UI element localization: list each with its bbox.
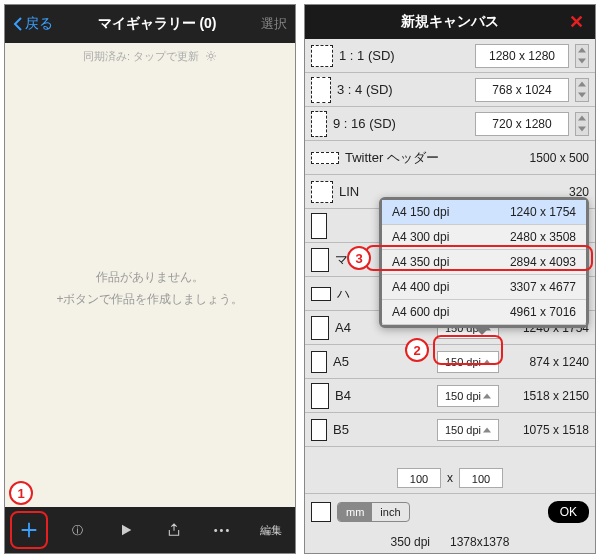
empty-line-1: 作品がありません。 xyxy=(96,267,204,289)
modal-header: 新規キャンバス ✕ xyxy=(305,5,595,39)
ratio-thumb xyxy=(311,287,331,301)
paper-label[interactable]: B4 xyxy=(335,388,431,403)
chevron-left-icon xyxy=(13,17,23,31)
dimension-text: 874 x 1240 xyxy=(505,355,589,369)
preset-row-twitter: Twitter ヘッダー 1500 x 500 xyxy=(305,141,595,175)
dimension-text: 1500 x 500 xyxy=(530,151,589,165)
dimension-stepper[interactable] xyxy=(575,112,589,136)
footer-dims: 1378x1378 xyxy=(450,535,509,549)
paper-row-b5: B5 150 dpi 1075 x 1518 xyxy=(305,413,595,447)
empty-state: 作品がありません。 +ボタンで作品を作成しましょう。 xyxy=(5,69,295,509)
dpi-value: 150 dpi xyxy=(445,424,481,436)
play-icon xyxy=(118,522,134,538)
ratio-thumb xyxy=(311,248,329,272)
close-button[interactable]: ✕ xyxy=(565,11,587,33)
ok-button[interactable]: OK xyxy=(548,501,589,523)
back-button[interactable]: 戻る xyxy=(13,15,53,33)
unit-mm[interactable]: mm xyxy=(338,503,372,521)
popup-option[interactable]: A4 600 dpi4961 x 7016 xyxy=(382,300,586,325)
ratio-thumb xyxy=(311,152,339,164)
share-icon xyxy=(166,521,182,539)
edit-button[interactable]: 編集 xyxy=(252,511,290,549)
popup-option[interactable]: A4 400 dpi3307 x 4677 xyxy=(382,275,586,300)
empty-line-2: +ボタンで作品を作成しましょう。 xyxy=(56,289,243,311)
preset-label[interactable]: 3 : 4 (SD) xyxy=(337,82,469,97)
popup-dims: 3307 x 4677 xyxy=(510,280,576,294)
preset-row-9-16: 9 : 16 (SD) 720 x 1280 xyxy=(305,107,595,141)
dpi-popup: A4 150 dpi1240 x 1754 A4 300 dpi2480 x 3… xyxy=(379,197,589,328)
callout-badge-2: 2 xyxy=(405,338,429,362)
popup-option[interactable]: A4 150 dpi1240 x 1754 xyxy=(382,200,586,225)
custom-size-panel: 100 x 100 mm inch OK 350 dpi 1378x1378 xyxy=(305,463,595,554)
callout-badge-1: 1 xyxy=(9,481,33,505)
popup-label: A4 150 dpi xyxy=(392,205,449,219)
dimension-input[interactable]: 1280 x 1280 xyxy=(475,44,569,68)
popup-dims: 1240 x 1754 xyxy=(510,205,576,219)
dpi-value: 150 dpi xyxy=(445,390,481,402)
sync-bar[interactable]: 同期済み: タップで更新 xyxy=(5,43,295,69)
dimension-stepper[interactable] xyxy=(575,78,589,102)
popup-dims: 4961 x 7016 xyxy=(510,305,576,319)
dimension-text: 1518 x 2150 xyxy=(505,389,589,403)
ratio-thumb xyxy=(311,111,327,137)
footer-dpi: 350 dpi xyxy=(391,535,430,549)
preset-label[interactable]: Twitter ヘッダー xyxy=(345,149,524,167)
ratio-thumb xyxy=(311,45,333,67)
by-label: x xyxy=(447,471,453,485)
sync-label: 同期済み: タップで更新 xyxy=(83,49,199,64)
popup-label: A4 350 dpi xyxy=(392,255,449,269)
phone-gallery: 戻る マイギャラリー (0) 選択 同期済み: タップで更新 作品がありません。… xyxy=(4,4,296,554)
paper-row-a5: A5 150 dpi 874 x 1240 xyxy=(305,345,595,379)
popup-dims: 2894 x 4093 xyxy=(510,255,576,269)
page-title: マイギャラリー (0) xyxy=(98,15,217,33)
paper-thumb xyxy=(311,383,329,409)
svg-point-0 xyxy=(209,54,213,58)
info-button[interactable]: ⓘ xyxy=(58,511,96,549)
dimension-stepper[interactable] xyxy=(575,44,589,68)
popup-label: A4 400 dpi xyxy=(392,280,449,294)
gear-icon xyxy=(205,50,217,62)
add-button[interactable] xyxy=(10,511,48,549)
preset-label[interactable]: 1 : 1 (SD) xyxy=(339,48,469,63)
more-button[interactable]: ••• xyxy=(203,511,241,549)
back-label: 戻る xyxy=(25,15,53,33)
toolbar: ⓘ ••• 編集 xyxy=(5,507,295,553)
unit-segmented-control[interactable]: mm inch xyxy=(337,502,410,522)
custom-width-input[interactable]: 100 xyxy=(397,468,441,488)
preset-label[interactable]: 9 : 16 (SD) xyxy=(333,116,469,131)
dpi-select[interactable]: 150 dpi xyxy=(437,419,499,441)
nav-bar: 戻る マイギャラリー (0) 選択 xyxy=(5,5,295,43)
dimension-text: 1075 x 1518 xyxy=(505,423,589,437)
custom-height-input[interactable]: 100 xyxy=(459,468,503,488)
unit-inch[interactable]: inch xyxy=(372,503,408,521)
preset-row-1-1: 1 : 1 (SD) 1280 x 1280 xyxy=(305,39,595,73)
dpi-value: 150 dpi xyxy=(445,356,481,368)
popup-label: A4 600 dpi xyxy=(392,305,449,319)
popup-dims: 2480 x 3508 xyxy=(510,230,576,244)
share-button[interactable] xyxy=(155,511,193,549)
play-button[interactable] xyxy=(107,511,145,549)
popup-label: A4 300 dpi xyxy=(392,230,449,244)
dpi-select[interactable]: 150 dpi xyxy=(437,351,499,373)
custom-thumb xyxy=(311,502,331,522)
paper-thumb xyxy=(311,316,329,340)
popup-option[interactable]: A4 350 dpi2894 x 4093 xyxy=(382,250,586,275)
paper-row-b4: B4 150 dpi 1518 x 2150 xyxy=(305,379,595,413)
callout-badge-3: 3 xyxy=(347,246,371,270)
ratio-thumb xyxy=(311,181,333,203)
paper-label[interactable]: B5 xyxy=(333,422,431,437)
phone-new-canvas: 新規キャンバス ✕ 1 : 1 (SD) 1280 x 1280 3 : 4 (… xyxy=(304,4,596,554)
ratio-thumb xyxy=(311,213,327,239)
dimension-input[interactable]: 768 x 1024 xyxy=(475,78,569,102)
plus-icon xyxy=(18,519,40,541)
paper-thumb xyxy=(311,419,327,441)
preset-row-3-4: 3 : 4 (SD) 768 x 1024 xyxy=(305,73,595,107)
popup-option[interactable]: A4 300 dpi2480 x 3508 xyxy=(382,225,586,250)
ratio-thumb xyxy=(311,77,331,103)
modal-title: 新規キャンバス xyxy=(401,13,499,31)
paper-thumb xyxy=(311,351,327,373)
dimension-input[interactable]: 720 x 1280 xyxy=(475,112,569,136)
dpi-select[interactable]: 150 dpi xyxy=(437,385,499,407)
select-button[interactable]: 選択 xyxy=(261,15,287,33)
